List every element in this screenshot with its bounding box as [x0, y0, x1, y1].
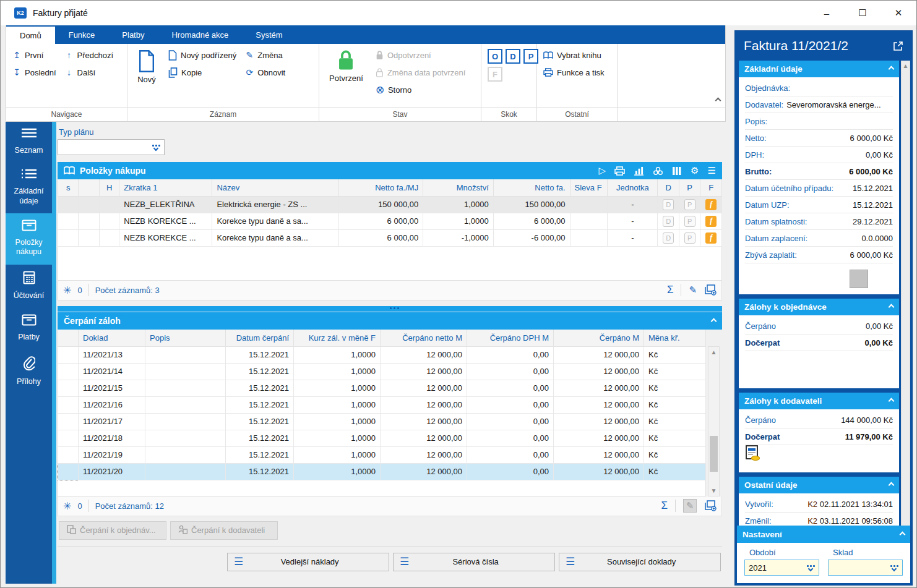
sum-icon[interactable]: Σ	[667, 284, 682, 296]
panel-splitter[interactable]	[58, 306, 722, 312]
sum-icon[interactable]: Σ	[661, 500, 676, 512]
column-header[interactable]: D	[658, 179, 679, 196]
column-header[interactable]: Datum čerpání	[226, 330, 294, 346]
ribbon-collapse-button[interactable]	[716, 94, 720, 105]
table-row[interactable]: 11/2021/1815.12.20211,000012 000,000,001…	[58, 430, 706, 446]
column-header[interactable]: Popis	[145, 330, 226, 346]
table-row[interactable]: NEZB KOREKCE ...Korekce typu daně a sa..…	[58, 213, 722, 229]
table-row[interactable]: 11/2021/1515.12.20211,000012 000,000,001…	[58, 380, 706, 396]
jump-p-button[interactable]: P	[523, 49, 538, 64]
open-external-icon[interactable]	[893, 41, 903, 51]
table-row[interactable]: 11/2021/1415.12.20211,000012 000,000,001…	[58, 363, 706, 380]
column-header[interactable]: P	[679, 179, 700, 196]
functions-print-button[interactable]: Funkce a tisk	[543, 66, 605, 79]
column-header[interactable]: Jednotka	[608, 179, 658, 196]
previous-button[interactable]: ↑Předchozí	[65, 49, 114, 61]
jump-d-button[interactable]: D	[506, 49, 520, 64]
collapse-icon[interactable]	[889, 482, 895, 488]
tab-platby[interactable]: Platby	[108, 25, 158, 44]
tab-domu[interactable]: Domů	[6, 25, 55, 44]
select-book-button[interactable]: Vybrat knihu	[543, 49, 605, 61]
storno-button[interactable]: ⊗Storno	[376, 83, 465, 96]
table-row[interactable]: 11/2021/1315.12.20211,000012 000,000,001…	[58, 346, 706, 363]
sklad-combobox[interactable]	[828, 560, 903, 576]
sidebar-item-1[interactable]: Seznam	[6, 122, 52, 163]
p-flag-button[interactable]: P	[684, 199, 695, 210]
gear-icon[interactable]: ⚙	[691, 165, 699, 176]
p-flag-button[interactable]: P	[684, 232, 695, 244]
scroll-up-icon[interactable]: ▲	[903, 62, 909, 69]
advances-scrollbar[interactable]: ▲ ▼	[708, 346, 720, 496]
scroll-down-icon[interactable]: ▼	[711, 487, 717, 494]
jump-o-button[interactable]: O	[488, 49, 502, 64]
table-row[interactable]: NEZB KOREKCE ...Korekce typu daně a sa..…	[58, 229, 722, 246]
edit-icon[interactable]: ✎	[689, 284, 697, 296]
collapse-icon[interactable]	[900, 531, 906, 537]
advance-document-icon[interactable]	[745, 453, 761, 463]
collapse-icon[interactable]	[889, 398, 895, 404]
columns-icon[interactable]	[672, 166, 682, 176]
refresh-button[interactable]: ⟳Obnovit	[245, 66, 285, 79]
column-header[interactable]: s	[58, 179, 79, 196]
column-header[interactable]: Měna kř.	[644, 330, 706, 346]
column-header[interactable]	[79, 179, 99, 196]
sidebar-item-3[interactable]: Položky nákupu	[6, 213, 52, 265]
row-selector[interactable]	[58, 413, 79, 430]
column-header[interactable]: Kurz zál. v měně F	[294, 330, 381, 346]
print-white-icon[interactable]	[614, 166, 625, 176]
bottom-button-3[interactable]: ☰Související doklady	[559, 553, 721, 571]
collapse-icon[interactable]	[889, 66, 895, 72]
row-selector[interactable]	[58, 346, 79, 363]
panel-scrollbar[interactable]: ▲ ▼	[901, 61, 910, 555]
f-flag-button[interactable]: f	[705, 199, 717, 210]
column-header[interactable]	[58, 330, 79, 346]
confirm-button[interactable]: Potvrzení	[325, 48, 367, 107]
row-selector[interactable]	[58, 380, 79, 396]
table-row[interactable]: 11/2021/1915.12.20211,000012 000,000,001…	[58, 446, 706, 463]
maximize-button[interactable]: ☐	[845, 1, 880, 25]
close-button[interactable]: ✕	[880, 1, 916, 25]
row-selector[interactable]	[58, 396, 79, 413]
obdobi-combobox[interactable]: 2021	[744, 560, 819, 576]
run-icon[interactable]: ▷	[599, 165, 606, 176]
row-selector[interactable]	[58, 463, 79, 480]
column-header[interactable]: Netto fa./MJ	[339, 179, 423, 196]
table-row[interactable]: 11/2021/1615.12.20211,000012 000,000,001…	[58, 396, 706, 413]
bottom-button-2[interactable]: ☰Sériová čísla	[393, 553, 555, 571]
first-button[interactable]: ↥První	[12, 49, 56, 61]
d-flag-button[interactable]: D	[663, 216, 674, 227]
p-flag-button[interactable]: P	[684, 216, 695, 227]
column-header[interactable]: Čerpáno DPH M	[467, 330, 554, 346]
row-selector[interactable]	[58, 446, 79, 463]
last-button[interactable]: ↧Poslední	[12, 66, 56, 79]
next-button[interactable]: ↓Další	[65, 66, 114, 79]
column-header[interactable]: Čerpáno M	[554, 330, 644, 346]
minimize-button[interactable]: –	[809, 1, 845, 25]
typ-planu-combobox[interactable]	[58, 139, 165, 155]
sidebar-item-5[interactable]: Platby	[6, 308, 52, 349]
scroll-up-icon[interactable]: ▲	[711, 349, 717, 356]
chart-icon[interactable]	[634, 166, 644, 176]
f-flag-button[interactable]: f	[705, 232, 717, 244]
row-selector[interactable]	[58, 363, 79, 380]
collapse-icon[interactable]	[889, 304, 895, 310]
tab-system[interactable]: Systém	[242, 25, 296, 44]
change-button[interactable]: ✎Změna	[245, 49, 285, 61]
column-header[interactable]: Netto fa.	[493, 179, 570, 196]
copy-table-icon[interactable]	[704, 284, 717, 296]
f-flag-button[interactable]: f	[705, 216, 717, 227]
d-flag-button[interactable]: D	[663, 232, 674, 244]
row-selector[interactable]	[58, 430, 79, 446]
sidebar-item-4[interactable]: Účtování	[6, 265, 52, 308]
bottom-button-1[interactable]: ☰Vedlejší náklady	[227, 553, 389, 571]
new-button[interactable]: Nový	[134, 48, 160, 107]
column-header[interactable]: Název	[212, 179, 339, 196]
column-header[interactable]: Zkratka 1	[119, 179, 212, 196]
sidebar-item-2[interactable]: Základní údaje	[6, 163, 52, 213]
sidebar-item-6[interactable]: Přílohy	[6, 350, 52, 394]
d-flag-button[interactable]: D	[663, 199, 674, 210]
column-header[interactable]: Množství	[423, 179, 494, 196]
panel-menu-icon[interactable]: ☰	[708, 165, 716, 176]
tab-funkce[interactable]: Funkce	[55, 25, 109, 44]
scroll-thumb[interactable]	[710, 436, 718, 472]
